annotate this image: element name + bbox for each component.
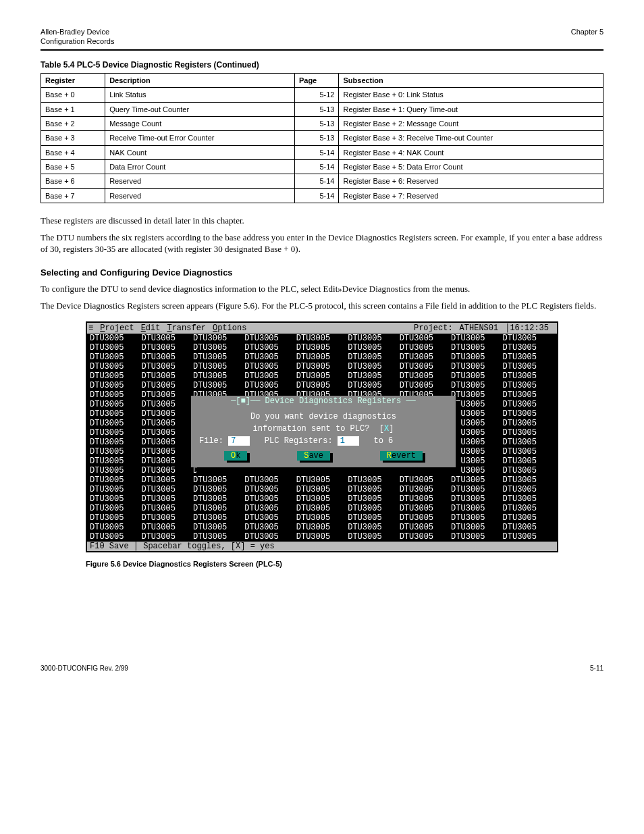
bg-word: DTU3005: [503, 409, 554, 419]
bg-word: DTU3005: [296, 475, 348, 485]
page-header: Allen-Bradley Device Configuration Recor…: [41, 27, 603, 47]
bg-word: DTU3005: [244, 494, 296, 504]
menu-system[interactable]: ≡: [88, 323, 93, 333]
header-left-line2: Configuration Records: [41, 36, 114, 46]
bg-word: DTU3005: [90, 343, 141, 353]
bg-word: DTU3005: [503, 466, 554, 475]
menu-transfer[interactable]: Transfer: [167, 323, 206, 333]
menu-edit[interactable]: Edit: [141, 323, 161, 333]
table-cell: Register Base + 4: NAK Count: [339, 145, 603, 159]
menu-options[interactable]: Options: [213, 323, 246, 333]
bg-word: DTU3005: [348, 353, 399, 362]
bg-word: DTU3005: [244, 504, 296, 513]
bg-word: DTU3005: [451, 419, 502, 428]
table-cell: Base + 0: [41, 88, 105, 102]
menu-project[interactable]: Project: [100, 323, 134, 333]
bg-word: DTU3005: [193, 494, 244, 504]
bg-word: DTU3005: [296, 504, 348, 513]
bg-word: DTU3005: [141, 504, 192, 513]
table-cell: Reserved: [105, 188, 295, 203]
bg-word: DTU3005: [451, 447, 502, 457]
bg-word: DTU3005: [90, 438, 141, 447]
device-diagnostics-dialog: ─[■]── Device Diagnostics Registers ── D…: [191, 396, 456, 467]
bg-word: DTU3005: [141, 494, 192, 504]
bg-word: DTU3005: [503, 485, 554, 494]
bg-word: DTU3005: [244, 371, 296, 381]
bg-word: DTU3005: [348, 334, 399, 343]
bg-word: DTU3005: [296, 353, 348, 362]
bg-word: DTU3005: [90, 381, 141, 390]
bg-word: DTU3005: [296, 523, 348, 532]
bg-word: DTU3005: [400, 343, 451, 353]
bg-word: DTU3005: [348, 371, 399, 381]
table-cell: Register Base + 7: Reserved: [339, 188, 603, 203]
dialog-inputs-row: File: 7 PLC Registers: 1 to 6: [199, 436, 448, 446]
body-text: These registers are discussed in detail …: [41, 215, 603, 312]
table-cell: Base + 2: [41, 117, 105, 131]
bg-word: DTU3005: [348, 485, 399, 494]
bg-word: DTU3005: [141, 523, 192, 532]
bg-word: DTU3005: [451, 504, 502, 513]
table-cell: Base + 4: [41, 145, 105, 159]
table-cell: 5-12: [294, 88, 339, 102]
dialog-question1: Do you want device diagnostics: [199, 412, 448, 421]
figure-caption: Figure 5.6 Device Diagnostics Registers …: [86, 559, 558, 569]
table-cell: Base + 7: [41, 188, 105, 203]
bg-word: DTU3005: [503, 390, 554, 400]
header-right: Chapter 5: [571, 27, 603, 36]
bg-word: DTU3005: [141, 419, 192, 428]
bg-word: DTU3005: [90, 400, 141, 409]
section-heading: Selecting and Configuring Device Diagnos…: [41, 267, 603, 279]
table-cell: 5-13: [294, 117, 339, 131]
bg-word: DTU3005: [451, 438, 502, 447]
bg-word: DTU3005: [451, 353, 502, 362]
bg-word: DTU3005: [193, 371, 244, 381]
bg-word: DTU3005: [141, 457, 192, 466]
project-label: Project:: [414, 323, 453, 333]
dialog-question2: information sent to PLC? [X]: [199, 424, 448, 434]
bg-word: DTU3005: [451, 371, 502, 381]
table-cell: Base + 5: [41, 159, 105, 174]
bg-word: DTU3005: [348, 475, 399, 485]
bg-word: DTU3005: [348, 513, 399, 523]
file-input[interactable]: 7: [228, 436, 250, 446]
bg-word: DTU3005: [90, 428, 141, 438]
table-cell: Register Base + 0: Link Status: [339, 88, 603, 102]
ok-button[interactable]: Ok: [224, 451, 247, 461]
bg-word: DTU3005: [348, 362, 399, 371]
bg-word: DTU3005: [90, 532, 141, 542]
bg-word: DTU3005: [348, 343, 399, 353]
bg-word: DTU3005: [90, 513, 141, 523]
table-cell: NAK Count: [105, 145, 295, 159]
bg-word: DTU3005: [141, 381, 192, 390]
bg-word: DTU3005: [141, 438, 192, 447]
bg-word: DTU3005: [193, 532, 244, 542]
bg-word: DTU3005: [244, 381, 296, 390]
bg-word: DTU3005: [244, 334, 296, 343]
table-cell: Receive Time-out Error Counter: [105, 131, 295, 145]
reg-from-input[interactable]: 1: [338, 436, 359, 446]
dialog-title: ─[■]── Device Diagnostics Registers ──: [191, 396, 456, 407]
bg-word: DTU3005: [90, 353, 141, 362]
bg-word: DTU3005: [90, 390, 141, 400]
bg-word: DTU3005: [400, 362, 451, 371]
bg-word: DTU3005: [503, 438, 554, 447]
bg-word: DTU3005: [296, 485, 348, 494]
bg-word: DTU3005: [244, 362, 296, 371]
file-label: File:: [199, 436, 228, 446]
bg-word: DTU3005: [503, 419, 554, 428]
revert-button[interactable]: Revert: [380, 451, 423, 461]
bg-word: DTU3005: [400, 371, 451, 381]
bg-word: DTU3005: [451, 428, 502, 438]
footer-left: 3000-DTUCONFIG Rev. 2/99: [41, 664, 128, 673]
para: The DTU numbers the six registers accord…: [41, 232, 603, 255]
bg-word: DTU3005: [141, 532, 192, 542]
save-button[interactable]: Save: [297, 451, 330, 461]
bg-word: DTU3005: [141, 447, 192, 457]
bg-word: DTU3005: [451, 381, 502, 390]
table-row: Base + 5Data Error Count5-14Register Bas…: [41, 159, 603, 174]
bg-word: DTU3005: [503, 381, 554, 390]
diag-checkbox[interactable]: X: [384, 424, 389, 434]
bg-word: DTU3005: [244, 353, 296, 362]
bg-word: DTU3005: [503, 353, 554, 362]
